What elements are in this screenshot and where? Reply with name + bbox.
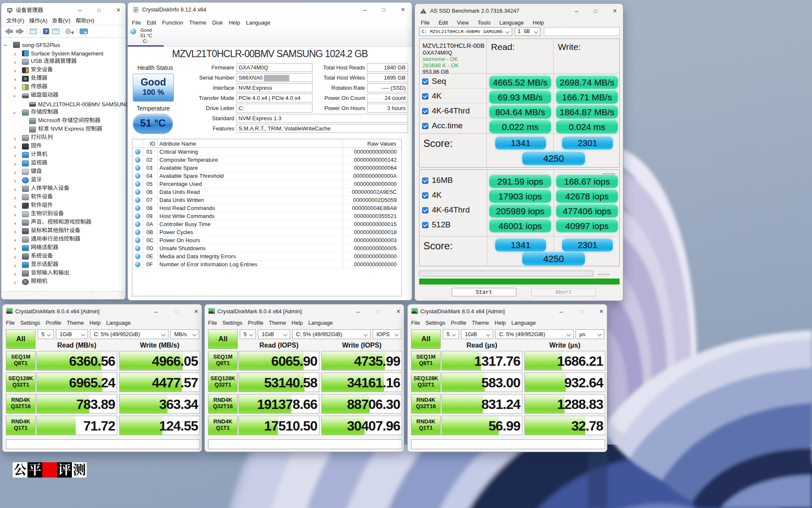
svg-text:?: ? <box>45 29 48 34</box>
